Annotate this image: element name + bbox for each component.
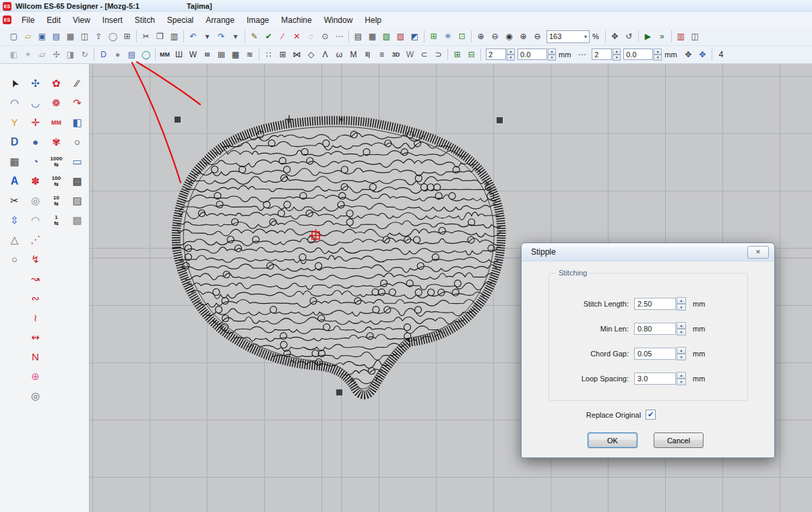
thread-chart-icon[interactable]: ▥	[674, 30, 688, 43]
zoom-tool-icon[interactable]: ⊕	[474, 30, 488, 43]
globe-tool[interactable]: ◔	[25, 152, 46, 171]
threed-effect-icon[interactable]: 3D	[389, 48, 403, 61]
dots-fill-icon[interactable]: ∷	[261, 48, 276, 61]
spin-up-icon[interactable]: ▲	[613, 49, 621, 55]
ellipse-a-icon[interactable]: ⊂	[417, 48, 431, 61]
slow-redraw-icon[interactable]: »	[655, 30, 669, 43]
tool-button[interactable]	[67, 249, 88, 269]
menu-machine[interactable]: Machine	[275, 13, 317, 27]
reshape-icon[interactable]: ✣	[49, 48, 63, 61]
zigzag-stitch-icon[interactable]: W	[186, 48, 200, 61]
field-value[interactable]: 3.0	[634, 373, 676, 385]
applique-tool[interactable]: ✽	[25, 171, 46, 191]
n-stitch-tool[interactable]: N	[25, 347, 46, 366]
tool-button[interactable]	[4, 386, 25, 406]
open-curve-tool[interactable]: ◠	[4, 93, 25, 113]
tool-button[interactable]	[67, 269, 88, 288]
tool-button[interactable]	[46, 288, 67, 308]
overlap-icon[interactable]: ◩	[408, 30, 422, 43]
hoop-icon[interactable]: ◯	[106, 30, 120, 43]
rectangle-tool[interactable]: ▭	[67, 152, 88, 171]
grid-a-icon[interactable]: ⊞	[450, 48, 464, 61]
tool-button[interactable]	[46, 249, 67, 269]
spin-down-icon[interactable]: ▼	[613, 55, 621, 61]
spiral-tool[interactable]: ◎	[25, 386, 46, 406]
tool-button[interactable]	[4, 308, 25, 327]
rotate-icon[interactable]: ↻	[77, 48, 92, 61]
run-1000-tool[interactable]: 1000 ⇆	[46, 152, 67, 171]
color-film-icon[interactable]: ▧	[379, 30, 394, 43]
spacing-icon[interactable]: ⋯	[575, 48, 589, 61]
weave-fill-icon[interactable]: ▦	[228, 48, 243, 61]
tool-button[interactable]	[4, 269, 25, 288]
zigzag-run-tool[interactable]: MM	[46, 113, 67, 132]
field-value[interactable]: 2.50	[634, 298, 676, 310]
spin-up-icon[interactable]: ▲	[677, 347, 686, 354]
tool-button[interactable]	[46, 386, 67, 406]
mirror-x-icon[interactable]: ◨	[63, 48, 77, 61]
ok-button[interactable]: OK	[588, 433, 637, 448]
prev-design-icon[interactable]: ◧	[7, 48, 21, 61]
grid-b-icon[interactable]: ⊟	[464, 48, 478, 61]
menu-arrange[interactable]: Arrange	[199, 13, 241, 27]
replace-original-checkbox[interactable]: ✔	[646, 410, 656, 420]
menu-special[interactable]: Special	[161, 13, 199, 27]
satin-stitch-icon[interactable]: MM	[158, 48, 172, 61]
tool-button[interactable]	[46, 327, 67, 347]
mirror-tool[interactable]: ◧	[67, 113, 88, 132]
tool-button[interactable]	[67, 347, 88, 366]
menu-window[interactable]: Window	[318, 13, 359, 27]
tool-button[interactable]	[67, 308, 88, 327]
run-1-tool[interactable]: 1 ⇆	[46, 210, 67, 230]
lasso-icon[interactable]: ⋯	[332, 30, 346, 43]
field-value[interactable]: 0.80	[634, 323, 676, 335]
design-playback-icon[interactable]: ▶	[641, 30, 655, 43]
sculpture-run-tool[interactable]: ↭	[25, 327, 46, 347]
spin-down-icon[interactable]: ▼	[677, 379, 686, 385]
dotted-outline-icon[interactable]: ◌	[304, 30, 318, 43]
dialog-title-bar[interactable]: Stipple ✕	[522, 243, 774, 261]
field-input[interactable]: 0.05 ▲▼	[634, 347, 686, 360]
zigzag-stitch-tool[interactable]: ↯	[25, 249, 46, 269]
diamond-fill-icon[interactable]: ◇	[304, 48, 318, 61]
print-preview-icon[interactable]: ◫	[77, 30, 92, 43]
field-input[interactable]: 2.50 ▲▼	[634, 297, 686, 311]
copy-icon[interactable]: ❐	[153, 30, 167, 43]
spin-down-icon[interactable]: ▼	[677, 304, 686, 311]
scissors-tool[interactable]: ✂	[4, 191, 25, 210]
pattern-fill-tool[interactable]: ▨	[67, 191, 88, 210]
tool-button[interactable]	[4, 288, 25, 308]
zoom-combo[interactable]: 163▾	[546, 30, 590, 43]
select-tool[interactable]: ➤	[4, 73, 25, 93]
field-spinner[interactable]: ▲▼	[677, 297, 686, 311]
open-icon[interactable]: ▱	[21, 30, 35, 43]
reshape-tool[interactable]: ✣	[25, 73, 46, 93]
pattern-stamp-tool[interactable]: ▩	[67, 210, 88, 230]
cut-icon[interactable]: ✂	[139, 30, 153, 43]
cancel-button[interactable]: Cancel	[654, 433, 704, 448]
spin-up-icon[interactable]: ▲	[677, 372, 686, 379]
next-design-icon[interactable]: ✦	[21, 48, 35, 61]
undo-dropdown-icon[interactable]: ▾	[200, 30, 214, 43]
cross-fill-icon[interactable]: ⊞	[276, 48, 290, 61]
tool-button[interactable]	[67, 288, 88, 308]
sphere-tool[interactable]: ●	[25, 132, 46, 152]
field-spinner[interactable]: ▲▼	[677, 372, 686, 385]
branching-tool[interactable]: Υ	[4, 113, 25, 132]
ellipse-b-icon[interactable]: ⊃	[431, 48, 445, 61]
tool-button[interactable]	[46, 347, 67, 366]
buttonhole-tool[interactable]: ▩	[67, 171, 88, 191]
team-names-tool[interactable]: ◎	[25, 191, 46, 210]
move-v-icon[interactable]: ✥	[695, 48, 710, 61]
arc-tool[interactable]: ↷	[67, 93, 88, 113]
tool-button[interactable]	[46, 269, 67, 288]
run-10-tool[interactable]: 10 ⇆	[46, 191, 67, 210]
tool-button[interactable]	[4, 347, 25, 366]
thread-colors-icon[interactable]: ▨	[394, 30, 408, 43]
stitch-select-icon[interactable]: ⊙	[318, 30, 332, 43]
grid-select-icon[interactable]: ⊡	[455, 30, 469, 43]
show-grid-icon[interactable]: ⊞	[120, 30, 134, 43]
cutoff-value[interactable]: 4	[714, 48, 728, 61]
e-stitch-icon[interactable]: Ш	[172, 48, 186, 61]
grid-size-spinner[interactable]: 2 ▲▼	[486, 49, 515, 61]
